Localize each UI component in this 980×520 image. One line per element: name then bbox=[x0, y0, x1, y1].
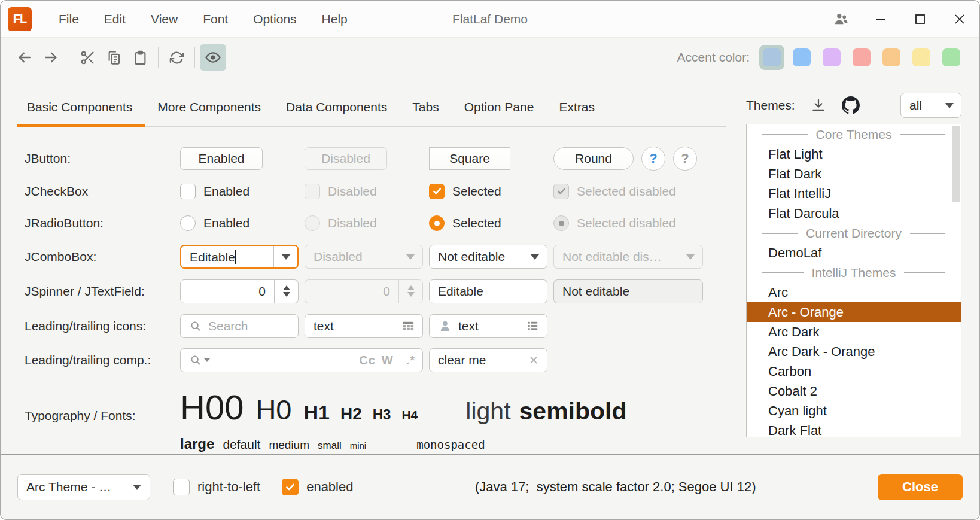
accent-swatch-blue-muted[interactable] bbox=[759, 45, 784, 70]
tab-basic-components[interactable]: Basic Components bbox=[17, 100, 145, 127]
tab-more-components[interactable]: More Components bbox=[145, 100, 273, 127]
enabled-button[interactable]: Enabled bbox=[180, 147, 263, 170]
combobox-arrow-button[interactable] bbox=[273, 246, 297, 267]
tab-option-pane[interactable]: Option Pane bbox=[452, 100, 547, 127]
menu-item-file[interactable]: File bbox=[46, 7, 92, 31]
combobox-arrow-button[interactable] bbox=[523, 245, 547, 268]
search-menu-button[interactable] bbox=[189, 354, 210, 367]
theme-item-dark-flat[interactable]: Dark Flat bbox=[747, 421, 961, 437]
theme-item-cyan-light[interactable]: Cyan light bbox=[747, 401, 961, 421]
menu-item-help[interactable]: Help bbox=[309, 7, 360, 31]
github-icon[interactable] bbox=[842, 96, 860, 114]
search-placeholder[interactable]: Search bbox=[208, 319, 291, 333]
menu-item-edit[interactable]: Edit bbox=[92, 7, 138, 31]
search-field[interactable]: Search bbox=[180, 314, 299, 338]
back-button[interactable] bbox=[11, 44, 38, 71]
theme-item-carbon[interactable]: Carbon bbox=[747, 361, 961, 381]
scrollbar-thumb[interactable] bbox=[952, 126, 960, 202]
radio-enabled[interactable]: Enabled bbox=[180, 215, 299, 231]
date-field-value[interactable]: text bbox=[314, 319, 395, 333]
forward-button[interactable] bbox=[38, 44, 64, 71]
checkbox-checked-icon[interactable] bbox=[429, 184, 445, 199]
close-button[interactable]: Close bbox=[878, 474, 963, 500]
close-window-button[interactable] bbox=[940, 1, 979, 37]
square-button[interactable]: Square bbox=[429, 147, 510, 170]
refresh-button[interactable] bbox=[163, 44, 190, 71]
menu-item-view[interactable]: View bbox=[138, 7, 190, 31]
theme-item-flat-darcula[interactable]: Flat Darcula bbox=[747, 203, 961, 223]
themes-list[interactable]: Core Themes Flat Light Flat Dark Flat In… bbox=[746, 124, 961, 437]
accent-swatch-purple[interactable] bbox=[819, 45, 844, 70]
theme-item-arc[interactable]: Arc bbox=[747, 282, 961, 302]
spinner-value[interactable]: 0 bbox=[181, 280, 274, 303]
menu-item-options[interactable]: Options bbox=[241, 7, 309, 31]
help-button-blue[interactable]: ? bbox=[641, 147, 665, 171]
users-icon[interactable] bbox=[821, 1, 861, 37]
tab-data-components[interactable]: Data Components bbox=[273, 100, 400, 127]
radio-selected[interactable]: Selected bbox=[429, 215, 547, 231]
search-icon bbox=[189, 320, 202, 333]
clearable-field-value[interactable]: clear me bbox=[438, 353, 522, 367]
accent-swatch-orange[interactable] bbox=[879, 45, 904, 70]
checkbox-icon[interactable] bbox=[180, 184, 196, 199]
maximize-button[interactable] bbox=[900, 1, 940, 37]
combobox-not-editable[interactable]: Not editable bbox=[429, 245, 547, 269]
enabled-checkbox[interactable]: enabled bbox=[282, 479, 353, 495]
h2-sample: H2 bbox=[340, 405, 362, 424]
clearable-field[interactable]: clear me bbox=[429, 348, 547, 372]
accent-swatch-blue[interactable] bbox=[789, 45, 814, 70]
checkbox-selected[interactable]: Selected bbox=[429, 184, 547, 199]
tab-extras[interactable]: Extras bbox=[546, 100, 607, 127]
spinner-enabled[interactable]: 0 bbox=[180, 279, 299, 303]
theme-item-demolaf[interactable]: DemoLaf bbox=[747, 243, 961, 263]
theme-item-flat-light[interactable]: Flat Light bbox=[747, 144, 961, 164]
combobox-value[interactable]: Editable bbox=[190, 250, 235, 264]
theme-item-arc-orange[interactable]: Arc - Orange bbox=[747, 302, 961, 322]
clear-icon[interactable] bbox=[528, 354, 540, 366]
jspinner-row-label: JSpinner / JTextField: bbox=[25, 284, 174, 299]
radio-selected-icon[interactable] bbox=[429, 215, 445, 231]
match-case-button[interactable]: Cc bbox=[359, 354, 376, 367]
regex-button[interactable]: .* bbox=[406, 354, 415, 367]
textfield-editable[interactable]: Editable bbox=[429, 279, 547, 303]
chevron-up-icon bbox=[283, 285, 290, 290]
minimize-button[interactable] bbox=[861, 1, 900, 37]
list-menu-icon[interactable] bbox=[526, 319, 540, 333]
accent-color-label: Accent color: bbox=[677, 50, 750, 65]
search-with-options-field[interactable]: Cc W .* bbox=[180, 348, 423, 372]
right-to-left-checkbox[interactable]: right-to-left bbox=[173, 479, 260, 495]
calendar-icon[interactable] bbox=[401, 319, 415, 333]
theme-item-arc-dark[interactable]: Arc Dark bbox=[747, 322, 961, 342]
tab-tabs[interactable]: Tabs bbox=[400, 100, 451, 127]
h4-sample: H4 bbox=[401, 408, 418, 422]
theme-selector-combobox[interactable]: Arc Theme - … bbox=[17, 474, 150, 500]
menu-item-font[interactable]: Font bbox=[190, 7, 241, 31]
whole-word-button[interactable]: W bbox=[382, 354, 394, 367]
help-button-gray[interactable]: ? bbox=[673, 147, 697, 171]
accent-swatch-yellow[interactable] bbox=[909, 45, 934, 70]
textfield-value[interactable]: Editable bbox=[438, 284, 540, 299]
accent-swatch-red[interactable] bbox=[849, 45, 874, 70]
chevron-down-icon bbox=[945, 103, 954, 108]
themes-filter-combobox[interactable]: all bbox=[900, 93, 961, 118]
show-hidden-toggle-button[interactable] bbox=[200, 44, 226, 71]
copy-button[interactable] bbox=[101, 44, 127, 71]
theme-item-arc-dark-orange[interactable]: Arc Dark - Orange bbox=[747, 342, 961, 361]
combobox-editable[interactable]: Editable bbox=[180, 245, 299, 269]
round-button[interactable]: Round bbox=[553, 147, 634, 170]
checkbox-checked-icon[interactable] bbox=[282, 479, 299, 495]
checkbox-enabled[interactable]: Enabled bbox=[180, 184, 299, 199]
checkbox-icon[interactable] bbox=[173, 479, 190, 495]
cut-button[interactable] bbox=[74, 44, 101, 71]
download-theme-icon[interactable] bbox=[811, 98, 826, 113]
theme-item-cobalt-2[interactable]: Cobalt 2 bbox=[747, 381, 961, 401]
radio-icon[interactable] bbox=[180, 215, 196, 231]
spinner-arrows[interactable] bbox=[274, 280, 298, 303]
paste-button[interactable] bbox=[127, 44, 153, 71]
date-field[interactable]: text bbox=[305, 314, 423, 338]
accent-swatch-green[interactable] bbox=[939, 45, 964, 70]
user-field-value[interactable]: text bbox=[458, 319, 520, 333]
theme-item-flat-dark[interactable]: Flat Dark bbox=[747, 164, 961, 184]
user-field[interactable]: text bbox=[429, 314, 547, 338]
theme-item-flat-intellij[interactable]: Flat IntelliJ bbox=[747, 184, 961, 203]
